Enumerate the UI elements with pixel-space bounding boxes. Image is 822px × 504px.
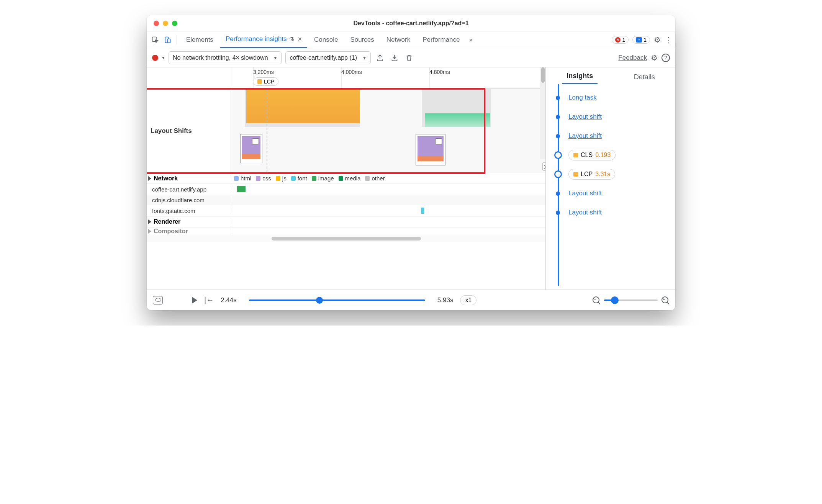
insights-list[interactable]: Long taskLayout shiftLayout shiftCLS 0.1… bbox=[546, 84, 675, 290]
metric-swatch bbox=[573, 172, 578, 177]
expand-icon bbox=[148, 229, 151, 234]
more-menu-icon[interactable]: ⋮ bbox=[665, 35, 672, 44]
legend-swatch bbox=[256, 176, 260, 181]
expand-icon bbox=[148, 219, 151, 224]
legend-swatch bbox=[276, 176, 280, 181]
start-time: 2.44s bbox=[221, 296, 237, 304]
insight-link[interactable]: Layout shift bbox=[568, 209, 602, 216]
feedback-link[interactable]: Feedback bbox=[618, 54, 647, 62]
insight-link[interactable]: Layout shift bbox=[568, 113, 602, 121]
tabs-overflow-icon[interactable]: » bbox=[467, 31, 475, 48]
timeline-pane: LCP 3,200ms4,000ms4,800ms Layout Shifts bbox=[147, 67, 546, 290]
recording-select[interactable]: coffee-cart.netlify.app (1) ▼ bbox=[285, 51, 370, 64]
tab-performance[interactable]: Performance bbox=[417, 31, 465, 48]
compositor-toggle[interactable]: Compositor bbox=[147, 228, 230, 235]
tab-console[interactable]: Console bbox=[309, 31, 343, 48]
tab-elements[interactable]: Elements bbox=[181, 31, 219, 48]
insight-item[interactable]: Layout shift bbox=[546, 126, 675, 146]
metric-chip[interactable]: LCP 3.31s bbox=[568, 169, 615, 180]
legend-item: html bbox=[234, 175, 251, 182]
renderer-toggle[interactable]: Renderer bbox=[147, 218, 230, 225]
insight-link[interactable]: Layout shift bbox=[568, 190, 602, 197]
help-icon[interactable]: ? bbox=[662, 54, 670, 62]
zoom-out-icon[interactable]: − bbox=[593, 296, 600, 304]
close-tab-icon[interactable]: × bbox=[298, 35, 302, 43]
tab-insights[interactable]: Insights bbox=[562, 72, 598, 84]
separator bbox=[177, 35, 177, 44]
inspect-icon[interactable] bbox=[150, 34, 160, 45]
playback-bar: |← 2.44s 5.93s x1 − + bbox=[147, 290, 675, 310]
tab-performance-insights[interactable]: Performance insights ⚗ × bbox=[220, 31, 307, 48]
legend-swatch bbox=[365, 176, 370, 181]
minimize-window-button[interactable] bbox=[163, 21, 168, 26]
zoom-slider[interactable] bbox=[604, 299, 658, 301]
timeline-dot bbox=[556, 96, 560, 100]
download-icon[interactable] bbox=[389, 52, 400, 63]
settings-icon[interactable]: ⚙ bbox=[654, 35, 661, 44]
insight-item[interactable]: LCP 3.31s bbox=[546, 165, 675, 184]
timeline-dot bbox=[556, 211, 560, 215]
upload-icon[interactable] bbox=[375, 52, 385, 63]
record-menu-icon[interactable]: ▾ bbox=[162, 55, 165, 61]
devtools-tabs: Elements Performance insights ⚗ × Consol… bbox=[147, 31, 675, 48]
device-mode-icon[interactable] bbox=[162, 34, 173, 45]
insight-link[interactable]: Long task bbox=[568, 94, 597, 101]
horizontal-scrollbar[interactable] bbox=[147, 235, 545, 242]
insight-item[interactable]: CLS 0.193 bbox=[546, 146, 675, 165]
zoom-in-icon[interactable]: + bbox=[662, 296, 669, 304]
svg-rect-2 bbox=[167, 39, 170, 43]
time-ruler[interactable]: LCP 3,200ms4,000ms4,800ms bbox=[147, 67, 545, 89]
timeline-dot bbox=[554, 151, 562, 159]
record-button[interactable] bbox=[152, 55, 158, 61]
playback-slider[interactable] bbox=[249, 299, 425, 301]
vertical-scrollbar[interactable] bbox=[540, 67, 545, 159]
network-host: coffee-cart.netlify.app bbox=[147, 186, 230, 193]
pane-resize-handle[interactable]: ❯ bbox=[542, 162, 546, 171]
tab-sources[interactable]: Sources bbox=[345, 31, 379, 48]
devtools-window: DevTools - coffee-cart.netlify.app/?ad=1… bbox=[147, 15, 675, 310]
time-tick: 4,800ms bbox=[429, 69, 450, 75]
throttling-select[interactable]: No network throttling, 4× slowdown ▼ bbox=[169, 51, 282, 64]
playback-speed[interactable]: x1 bbox=[460, 295, 476, 305]
metric-chip[interactable]: CLS 0.193 bbox=[568, 150, 616, 160]
insight-item[interactable]: Layout shift bbox=[546, 203, 675, 222]
network-row[interactable]: coffee-cart.netlify.app bbox=[147, 184, 545, 195]
expand-icon bbox=[148, 176, 151, 181]
errors-badge[interactable]: ✕1 bbox=[612, 36, 629, 44]
insight-link[interactable]: Layout shift bbox=[568, 132, 602, 140]
message-icon: ▪ bbox=[636, 37, 642, 43]
lcp-marker[interactable]: LCP bbox=[253, 77, 278, 86]
error-icon: ✕ bbox=[615, 37, 621, 43]
compositor-track-header: Compositor bbox=[147, 227, 545, 235]
tab-network[interactable]: Network bbox=[381, 31, 416, 48]
legend-item: font bbox=[291, 175, 307, 182]
layout-shift-thumbnail[interactable] bbox=[240, 134, 262, 163]
rewind-button[interactable]: |← bbox=[204, 296, 214, 304]
network-row[interactable]: fonts.gstatic.com bbox=[147, 205, 545, 216]
maximize-window-button[interactable] bbox=[172, 21, 177, 26]
chevron-down-icon: ▼ bbox=[273, 56, 278, 60]
network-host: cdnjs.cloudflare.com bbox=[147, 197, 230, 203]
layout-shift-thumbnail[interactable] bbox=[416, 134, 445, 165]
waterfall-bar[interactable] bbox=[421, 208, 424, 214]
play-button[interactable] bbox=[192, 297, 197, 304]
insight-item[interactable]: Layout shift bbox=[546, 107, 675, 126]
timeline-dot bbox=[556, 191, 560, 196]
waterfall-bar[interactable] bbox=[237, 186, 246, 192]
messages-badge[interactable]: ▪1 bbox=[632, 36, 650, 44]
insight-item[interactable]: Long task bbox=[546, 88, 675, 107]
metric-swatch bbox=[573, 153, 578, 157]
panel-settings-icon[interactable]: ⚙ bbox=[651, 53, 658, 62]
close-window-button[interactable] bbox=[154, 21, 159, 26]
timeline-dot bbox=[556, 134, 560, 138]
layout-shifts-content[interactable] bbox=[230, 89, 545, 173]
delete-icon[interactable] bbox=[404, 52, 414, 63]
network-row[interactable]: cdnjs.cloudflare.com bbox=[147, 195, 545, 205]
recording-label: coffee-cart.netlify.app (1) bbox=[290, 54, 357, 61]
network-toggle[interactable]: Network bbox=[147, 175, 230, 182]
timeline-dot bbox=[556, 115, 560, 119]
insight-item[interactable]: Layout shift bbox=[546, 184, 675, 203]
layout-shifts-label: Layout Shifts bbox=[147, 89, 230, 173]
tab-details[interactable]: Details bbox=[629, 73, 660, 84]
preview-toggle-icon[interactable] bbox=[153, 296, 163, 304]
